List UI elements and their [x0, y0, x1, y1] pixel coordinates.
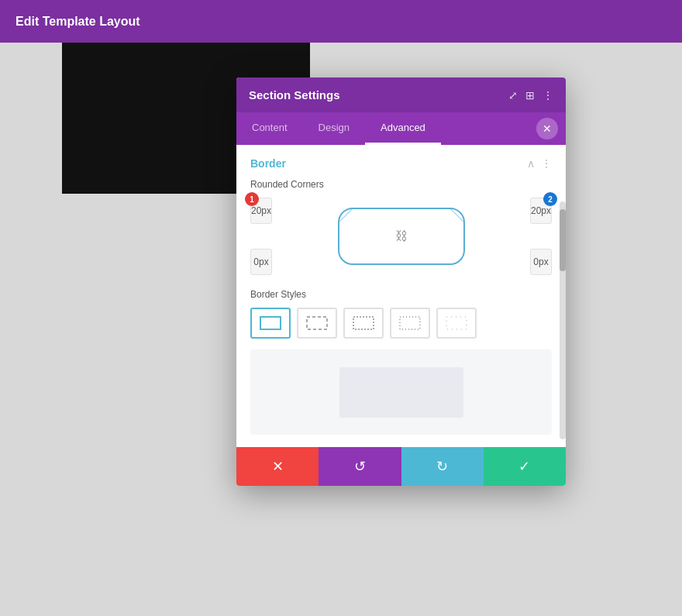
tab-design[interactable]: Design: [303, 112, 365, 145]
page-title: Edit Template Layout: [16, 15, 140, 29]
modal-title: Section Settings: [249, 88, 340, 102]
badge-1: 1: [245, 192, 259, 206]
rounded-rect-svg: ⛓: [336, 205, 467, 267]
bottom-left-input[interactable]: 0px: [250, 249, 272, 275]
redo-button[interactable]: ↻: [401, 447, 484, 486]
scrollbar-track[interactable]: [560, 201, 566, 439]
section-settings-modal: Section Settings ⤢ ⊞ ⋮ Content Design Ad…: [236, 77, 566, 486]
cancel-button[interactable]: ✕: [236, 447, 319, 486]
border-styles-row: [250, 308, 552, 339]
dashed1-border-icon: [305, 315, 329, 331]
modal-header: Section Settings ⤢ ⊞ ⋮: [236, 77, 566, 112]
modal-header-icons: ⤢ ⊞ ⋮: [508, 89, 553, 102]
right-corner-inputs: 20px 2 0px: [530, 198, 552, 275]
bottom-right-input[interactable]: 0px: [530, 249, 552, 275]
svg-rect-5: [307, 317, 327, 329]
section-title-icons: ∧ ⋮: [527, 157, 552, 170]
solid-border-icon: [259, 315, 282, 331]
top-left-input[interactable]: 1 20px: [250, 198, 272, 224]
corners-preview: ⛓: [277, 198, 525, 275]
undo-button[interactable]: ↺: [319, 447, 401, 486]
corners-container: 1 20px 0px ⛓: [250, 198, 552, 275]
border-style-dashed2[interactable]: [343, 308, 384, 339]
scrollbar-thumb[interactable]: [560, 209, 566, 271]
svg-rect-7: [400, 317, 420, 329]
top-right-input[interactable]: 20px 2: [530, 198, 552, 224]
tab-close-area: ✕: [536, 112, 566, 145]
left-corner-inputs: 1 20px 0px: [250, 198, 272, 275]
tab-advanced[interactable]: Advanced: [365, 112, 441, 145]
maximize-icon[interactable]: ⤢: [508, 89, 518, 102]
columns-icon[interactable]: ⊞: [525, 89, 535, 102]
border-styles-label: Border Styles: [250, 289, 552, 300]
tab-content[interactable]: Content: [236, 112, 303, 145]
collapse-icon[interactable]: ∧: [527, 157, 535, 170]
dotted-border-icon: [398, 315, 422, 331]
rounded-corners-label: Rounded Corners: [250, 179, 552, 190]
section-title: Border: [250, 157, 286, 170]
inner-preview: [339, 367, 463, 418]
modal-footer: ✕ ↺ ↻ ✓: [236, 447, 566, 486]
tabs-bar: Content Design Advanced ✕: [236, 112, 566, 145]
panel-content: Border ∧ ⋮ Rounded Corners 1 20px 0px: [236, 145, 566, 447]
svg-rect-4: [260, 317, 281, 329]
style-preview-box: [250, 349, 552, 435]
svg-rect-6: [353, 317, 374, 329]
section-title-row: Border ∧ ⋮: [250, 157, 552, 170]
border-style-none[interactable]: [436, 308, 477, 339]
more-icon[interactable]: ⋮: [542, 89, 553, 102]
save-button[interactable]: ✓: [484, 447, 566, 486]
svg-text:⛓: ⛓: [395, 229, 408, 243]
border-style-dashed1[interactable]: [297, 308, 337, 339]
top-bar: Edit Template Layout: [0, 0, 682, 43]
badge-2: 2: [543, 192, 557, 206]
border-style-solid[interactable]: [250, 308, 291, 339]
dashed2-border-icon: [352, 315, 375, 331]
close-button[interactable]: ✕: [536, 118, 558, 139]
section-more-icon[interactable]: ⋮: [541, 157, 552, 170]
border-style-dotted[interactable]: [390, 308, 430, 339]
none-border-icon: [445, 315, 468, 331]
svg-rect-8: [446, 317, 467, 329]
